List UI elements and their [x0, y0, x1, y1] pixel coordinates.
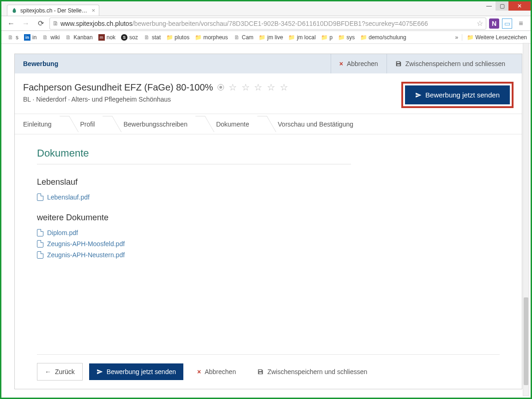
back-button-label: Zurück: [55, 368, 75, 375]
modal-body: Dokumente Lebenslauf Lebenslauf.pdf weit…: [15, 134, 522, 273]
folder-icon: [195, 34, 201, 41]
vertical-scrollbar[interactable]: [523, 43, 529, 396]
modal-save-close-label: Zwischenspeichern und schliessen: [405, 60, 505, 67]
close-icon: ×: [197, 368, 201, 375]
send-application-button[interactable]: Bewerbung jetzt senden: [405, 85, 510, 104]
bookmark-item[interactable]: s: [5, 33, 21, 42]
bookmark-folder[interactable]: sys: [336, 33, 357, 42]
folder-icon: [321, 34, 328, 41]
bookmark-item[interactable]: inin: [22, 33, 39, 42]
extension-icon-2[interactable]: ▭: [502, 18, 512, 29]
file-link-zeugnis-1[interactable]: Zeugnis-APH-Moosfeld.pdf: [37, 238, 500, 249]
window-controls: — ▢ ✕: [483, 1, 531, 11]
arrow-left-icon: ←: [45, 368, 51, 375]
window-close-button[interactable]: ✕: [508, 1, 531, 11]
bookmark-star-icon[interactable]: ☆: [477, 19, 483, 28]
tab-favicon: [11, 7, 18, 14]
close-icon: ×: [339, 60, 343, 67]
modal-save-close-button[interactable]: Zwischenspeichern und schliessen: [387, 54, 514, 73]
other-bookmarks-button[interactable]: Weitere Lesezeichen: [462, 34, 527, 41]
folder-icon: [360, 34, 367, 41]
folder-icon: [166, 34, 173, 41]
footer-send-button[interactable]: Bewerbung jetzt senden: [89, 363, 183, 380]
crumb-bewerbungsschreiben[interactable]: Bewerbungsschreiben: [108, 114, 200, 134]
modal-title: Bewerbung: [23, 60, 58, 67]
file-icon: [37, 240, 43, 248]
send-icon: [97, 369, 103, 375]
browser-tab-strip: spitexjobs.ch - Der Stellen… ×: [1, 1, 531, 16]
step-breadcrumb: Einleitung Profil Bewerbungsschreiben Do…: [15, 114, 522, 134]
modal-cancel-label: Abbrechen: [347, 60, 378, 67]
bookmark-favicon: m: [98, 34, 105, 41]
file-icon: [37, 229, 43, 236]
footer-save-close-label: Zwischenspeichern und schliessen: [267, 368, 367, 375]
bookmark-folder[interactable]: p: [319, 33, 335, 42]
bookmark-item[interactable]: Kanban: [63, 33, 95, 42]
browser-toolbar: ← → ⟳ 🗎 www.spitexjobs.ch.plutos/bewerbu…: [1, 16, 531, 31]
application-modal: Bewerbung × Abbrechen Zwischenspeichern …: [14, 54, 522, 389]
extension-icon-1[interactable]: N: [489, 18, 499, 29]
bookmark-folder[interactable]: demo/schulung: [358, 33, 408, 42]
visibility-radio-icon[interactable]: [218, 84, 224, 91]
modal-cancel-button[interactable]: × Abbrechen: [331, 54, 387, 73]
page-icon: [144, 34, 150, 41]
bookmark-favicon: in: [24, 34, 30, 41]
footer-save-close-button[interactable]: Zwischenspeichern und schliessen: [250, 363, 375, 380]
page-info-icon[interactable]: 🗎: [53, 20, 59, 27]
bookmark-folder[interactable]: jm live: [257, 33, 285, 42]
address-bar[interactable]: 🗎 www.spitexjobs.ch.plutos/bewerbung-bea…: [49, 18, 486, 30]
bookmark-item[interactable]: Ssoz: [119, 33, 140, 42]
file-name: Diplom.pdf: [47, 229, 78, 236]
page-icon: [65, 34, 72, 41]
send-button-highlight: Bewerbung jetzt senden: [401, 82, 514, 108]
subheading-weitere-dokumente: weitere Dokumente: [37, 213, 500, 223]
save-icon: [257, 369, 264, 375]
window-maximize-button[interactable]: ▢: [496, 1, 508, 11]
modal-header: Bewerbung × Abbrechen Zwischenspeichern …: [15, 54, 522, 73]
bookmark-folder[interactable]: morpheus: [193, 33, 230, 42]
crumb-profil[interactable]: Profil: [65, 114, 108, 134]
window-minimize-button[interactable]: —: [483, 1, 496, 11]
tab-close-icon[interactable]: ×: [91, 7, 95, 14]
file-link-zeugnis-2[interactable]: Zeugnis-APH-Neustern.pdf: [37, 249, 500, 260]
bookmark-folder[interactable]: plutos: [164, 33, 192, 42]
folder-icon: [467, 34, 473, 41]
bookmark-favicon: S: [121, 34, 127, 41]
file-name: Lebenslauf.pdf: [47, 193, 90, 201]
bookmark-item[interactable]: Cam: [231, 33, 256, 42]
bookmark-item[interactable]: wiki: [40, 33, 62, 42]
page-content: Bewerbung × Abbrechen Zwischenspeichern …: [3, 44, 522, 396]
browser-tab[interactable]: spitexjobs.ch - Der Stellen… ×: [7, 5, 99, 16]
file-link-lebenslauf[interactable]: Lebenslauf.pdf: [37, 192, 500, 203]
footer-cancel-button[interactable]: × Abbrechen: [190, 363, 243, 380]
file-link-diplom[interactable]: Diplom.pdf: [37, 227, 500, 238]
nav-back-button[interactable]: ←: [5, 18, 17, 30]
file-name: Zeugnis-APH-Moosfeld.pdf: [47, 240, 125, 248]
scrollbar-thumb[interactable]: [524, 297, 528, 385]
job-header: Fachperson Gesundheit EFZ (FaGe) 80-100%…: [15, 73, 522, 114]
folder-icon: [338, 34, 345, 41]
browser-menu-button[interactable]: ≡: [515, 18, 527, 30]
file-icon: [37, 251, 43, 259]
save-icon: [395, 60, 402, 67]
crumb-einleitung[interactable]: Einleitung: [15, 114, 65, 134]
send-icon: [415, 92, 422, 98]
subheading-lebenslauf: Lebenslauf: [37, 177, 500, 187]
url-text: www.spitexjobs.ch.plutos/bewerbung-bearb…: [60, 20, 475, 27]
page-icon: [234, 34, 240, 41]
crumb-vorschau[interactable]: Vorschau und Bestätigung: [262, 114, 366, 134]
bookmark-item[interactable]: stat: [141, 33, 163, 42]
job-subtitle: BL · Niederdorf · Alters- und Pflegeheim…: [23, 96, 289, 103]
footer-cancel-label: Abbrechen: [205, 368, 236, 375]
folder-icon: [289, 34, 295, 41]
folder-icon: [259, 34, 266, 41]
bookmark-folder[interactable]: jm local: [286, 33, 318, 42]
tab-title: spitexjobs.ch - Der Stellen…: [20, 7, 89, 14]
nav-reload-button[interactable]: ⟳: [35, 18, 47, 30]
bookmark-item[interactable]: mnok: [96, 33, 118, 42]
rating-stars[interactable]: ☆ ☆ ☆ ☆ ☆: [229, 82, 289, 93]
crumb-dokumente[interactable]: Dokumente: [200, 114, 262, 134]
bookmark-overflow-button[interactable]: »: [452, 34, 461, 41]
nav-forward-button[interactable]: →: [20, 18, 32, 30]
back-button[interactable]: ← Zurück: [37, 363, 83, 381]
